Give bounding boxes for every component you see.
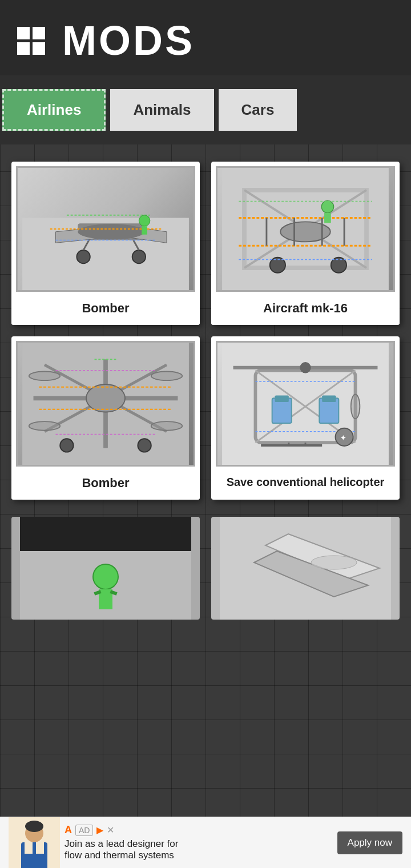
svg-point-37 (151, 372, 182, 381)
svg-rect-67 (20, 517, 191, 551)
tab-airlines[interactable]: Airlines (2, 89, 106, 131)
partial-mods-row (0, 517, 411, 688)
mod-card-partial-1[interactable] (11, 517, 200, 620)
svg-point-4 (78, 224, 144, 239)
ad-person-image (9, 817, 60, 869)
bomber-1-image (18, 168, 194, 290)
tab-cars[interactable]: Cars (219, 89, 297, 131)
partial-image-1 (11, 517, 200, 620)
svg-point-81 (25, 821, 43, 832)
mod-card-inner (16, 166, 195, 292)
mod-card-bomber-2[interactable]: Bomber (11, 336, 200, 500)
svg-rect-58 (322, 395, 336, 402)
mod-image-bomber-1 (16, 166, 195, 292)
mod-label-helicopter: Save conventional helicopter (211, 467, 400, 498)
mod-card-partial-2[interactable] (211, 517, 400, 620)
svg-point-36 (29, 372, 60, 381)
grid-icon[interactable] (17, 27, 45, 55)
ad-apply-button[interactable]: Apply now (337, 831, 402, 854)
svg-rect-48 (222, 343, 389, 465)
mod-card-inner-4: ✦ (216, 341, 395, 467)
partial-image-2 (211, 517, 400, 620)
svg-point-40 (86, 384, 125, 412)
svg-point-68 (93, 564, 118, 589)
mod-card-bomber-1[interactable]: Bomber (11, 162, 200, 325)
mod-label-bomber-2: Bomber (11, 467, 200, 500)
ad-text-container: A AD ▶ ✕ Join as a lead designer for flo… (60, 824, 332, 861)
tab-animals[interactable]: Animals (110, 89, 213, 131)
svg-point-6 (132, 250, 146, 263)
mod-label-bomber-1: Bomber (11, 292, 200, 325)
bomber-2-image (18, 343, 194, 465)
svg-rect-79 (25, 842, 33, 854)
mods-grid: Bomber (0, 144, 411, 517)
helicopter-image: ✦ (217, 343, 393, 465)
mod-card-inner-3 (16, 341, 195, 467)
svg-point-53 (300, 362, 311, 373)
mod-image-aircraft-mk16 (216, 166, 395, 292)
ad-text-line1: Join as a lead designer for (65, 838, 327, 850)
ad-close-icon[interactable]: ✕ (107, 825, 114, 835)
svg-point-54 (351, 394, 360, 419)
svg-point-46 (60, 439, 73, 452)
ad-content: A AD ▶ ✕ Join as a lead designer for flo… (9, 817, 402, 869)
svg-point-12 (139, 215, 150, 226)
mod-card-inner-2 (216, 166, 395, 292)
svg-rect-26 (324, 213, 331, 223)
category-tabs: Airlines Animals Cars (0, 75, 411, 144)
svg-point-75 (311, 556, 357, 569)
svg-point-25 (321, 200, 333, 212)
svg-rect-13 (142, 226, 147, 235)
mod-card-helicopter[interactable]: ✦ Save conventional helicopter (211, 336, 400, 500)
mod-card-aircraft-mk16[interactable]: Aircraft mk-16 (211, 162, 400, 325)
ad-logo-letter: A (65, 824, 72, 836)
aircraft-mk16-image (217, 168, 393, 290)
svg-rect-57 (275, 395, 289, 402)
header: MODS (0, 0, 411, 75)
svg-point-38 (29, 421, 60, 431)
svg-point-39 (151, 421, 182, 431)
mod-image-bomber-2 (16, 341, 195, 467)
svg-point-5 (76, 250, 90, 263)
mod-label-aircraft-mk16: Aircraft mk-16 (211, 292, 400, 325)
ad-text-line2: flow and thermal systems (65, 850, 327, 861)
mod-image-helicopter: ✦ (216, 341, 395, 467)
ad-badge: AD (75, 825, 93, 836)
svg-text:✦: ✦ (340, 434, 346, 441)
ad-arrow-right: ▶ (96, 825, 103, 835)
advertisement-bar: A AD ▶ ✕ Join as a lead designer for flo… (0, 817, 411, 868)
svg-rect-80 (36, 842, 44, 854)
page-title: MODS (62, 17, 195, 64)
svg-point-47 (138, 439, 151, 452)
